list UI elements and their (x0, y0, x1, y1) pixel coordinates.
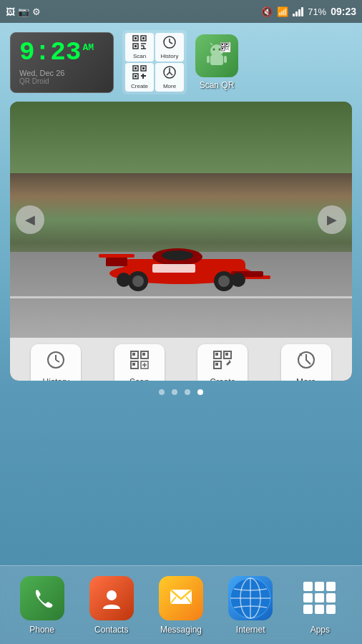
page-dots (0, 381, 362, 404)
svg-point-52 (117, 273, 131, 287)
svg-point-51 (218, 275, 230, 287)
create-control-icon (212, 350, 233, 374)
svg-rect-35 (226, 44, 228, 45)
messaging-dock-item[interactable]: Messaging (159, 576, 203, 635)
svg-rect-61 (142, 353, 145, 356)
internet-label: Internet (236, 625, 265, 635)
history-control-icon (46, 350, 66, 374)
status-left-icons: 🖼 📷 ⚙ (6, 6, 41, 17)
more-control-button[interactable]: More (281, 344, 331, 381)
page-dot-1[interactable] (159, 389, 165, 395)
qr-create-icon (132, 65, 147, 82)
history-control-label: History (43, 377, 69, 381)
next-button[interactable]: ▶ (318, 205, 346, 234)
qr-more-button[interactable]: More (155, 63, 184, 92)
scanqr-label: Scan QR (200, 80, 235, 90)
svg-rect-84 (303, 582, 313, 591)
page-dot-3[interactable] (185, 389, 190, 395)
create-control-label: Create (210, 377, 235, 381)
svg-rect-47 (106, 258, 127, 266)
contacts-label: Contacts (94, 625, 128, 635)
svg-rect-68 (215, 353, 218, 356)
messaging-label: Messaging (160, 625, 202, 635)
qr-more-label: More (163, 83, 176, 89)
bottom-dock: Phone Contacts Messaging (0, 565, 362, 644)
media-widget: ◀ ▶ History (10, 102, 352, 381)
page-dot-4[interactable] (197, 389, 203, 395)
qr-scan-label: Scan (133, 53, 146, 59)
svg-line-22 (170, 72, 172, 75)
svg-rect-92 (326, 605, 336, 614)
clock-app-label: QR Droid (19, 77, 104, 85)
svg-rect-88 (315, 593, 324, 602)
qr-scan-button[interactable]: Scan (125, 33, 154, 62)
battery-level: 71% (308, 6, 326, 17)
qr-scan-icon (132, 35, 147, 52)
svg-rect-86 (326, 582, 336, 591)
prev-button[interactable]: ◀ (16, 205, 44, 234)
svg-rect-89 (326, 593, 336, 602)
internet-icon (228, 576, 273, 620)
phone-dock-item[interactable]: Phone (20, 576, 64, 635)
svg-point-75 (107, 590, 117, 600)
media-image: ◀ ▶ (10, 102, 352, 338)
more-control-label: More (296, 377, 315, 381)
mute-icon: 🔇 (261, 6, 273, 17)
svg-rect-63 (132, 363, 135, 366)
qr-history-icon (162, 35, 177, 52)
svg-rect-16 (142, 67, 145, 69)
svg-rect-70 (225, 353, 228, 356)
page-dot-2[interactable] (172, 389, 177, 395)
contacts-dock-item[interactable]: Contacts (89, 576, 134, 635)
svg-rect-25 (207, 56, 210, 63)
svg-rect-85 (315, 582, 324, 591)
phone-label: Phone (29, 625, 54, 635)
svg-rect-18 (134, 75, 137, 77)
svg-line-57 (56, 360, 59, 362)
qr-create-button[interactable]: Create (125, 63, 154, 92)
svg-rect-5 (134, 45, 137, 47)
scanqr-app[interactable]: Scan QR (195, 34, 238, 90)
scan-control-label: Scan (129, 377, 149, 381)
media-controls: History Scan (10, 338, 352, 381)
scan-control-icon (129, 350, 150, 374)
scanqr-icon (195, 34, 238, 77)
svg-line-12 (170, 42, 172, 44)
f1-car-svg (67, 227, 295, 298)
svg-rect-3 (142, 37, 145, 39)
apps-grid-icon (298, 576, 342, 620)
scan-control-button[interactable]: Scan (114, 344, 165, 381)
clock-widget: 9:23 AM Wed, Dec 26 QR Droid (10, 32, 114, 93)
svg-rect-54 (152, 264, 195, 273)
qr-create-label: Create (131, 83, 148, 89)
qr-history-label: History (161, 53, 179, 59)
svg-rect-33 (222, 44, 223, 45)
history-control-button[interactable]: History (31, 344, 81, 381)
settings-icon: ⚙ (32, 6, 41, 17)
more-control-icon (296, 350, 316, 374)
svg-rect-26 (224, 56, 227, 63)
contacts-icon (89, 576, 134, 620)
svg-rect-59 (132, 353, 135, 356)
svg-rect-90 (303, 605, 313, 614)
qr-history-button[interactable]: History (155, 33, 184, 62)
messaging-icon (159, 576, 203, 620)
svg-point-53 (231, 273, 245, 287)
internet-dock-item[interactable]: Internet (228, 576, 273, 635)
svg-point-27 (213, 49, 215, 51)
status-time: 09:23 (331, 6, 356, 17)
qr-droid-widget: Scan History (122, 30, 187, 94)
phone-icon (20, 576, 64, 620)
svg-rect-72 (215, 363, 218, 366)
qr-more-icon (162, 65, 177, 82)
svg-line-29 (210, 43, 212, 45)
widgets-row: 9:23 AM Wed, Dec 26 QR Droid (0, 23, 362, 102)
svg-point-49 (132, 275, 144, 287)
wifi-icon: 📶 (277, 6, 288, 17)
apps-dock-item[interactable]: Apps (298, 576, 342, 635)
create-control-button[interactable]: Create (197, 344, 248, 381)
svg-rect-1 (134, 37, 137, 39)
grass-top (10, 102, 352, 173)
svg-rect-87 (303, 593, 313, 602)
svg-rect-24 (210, 55, 223, 65)
